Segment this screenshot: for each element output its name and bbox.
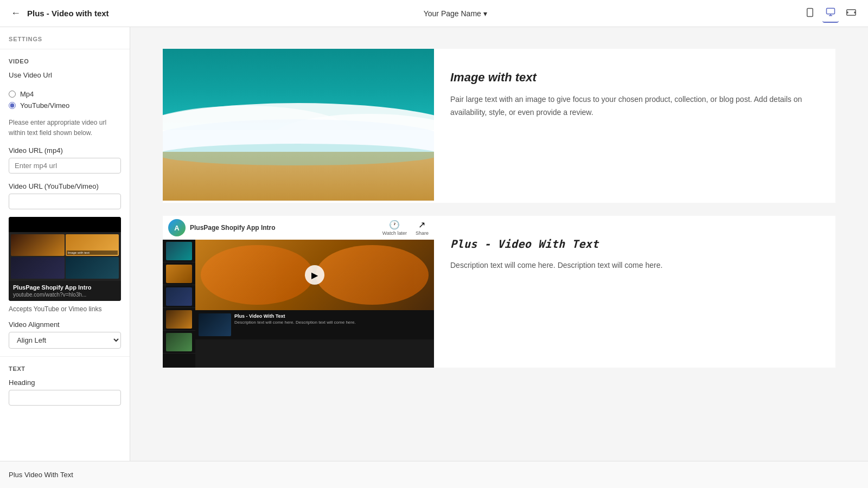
device-mobile-button[interactable]	[802, 4, 818, 22]
youtube-label: YouTube/Vimeo	[20, 101, 69, 110]
youtube-radio-row[interactable]: YouTube/Vimeo	[9, 101, 121, 110]
canvas-section-1-heading: Image with text	[450, 70, 819, 85]
yt-share: ↗ Share	[416, 220, 429, 236]
main-layout: SETTINGS VIDEO Use Video Url Mp4 YouTube…	[0, 27, 868, 461]
chevron-down-icon: ▾	[483, 9, 487, 18]
thumb-cell-2: Image with text	[66, 234, 119, 256]
video-url-mp4-input[interactable]	[9, 158, 121, 174]
mp4-label: Mp4	[20, 90, 34, 98]
video-preview-title: PlusPage Shopify App Intro	[13, 284, 117, 291]
mp4-radio[interactable]	[9, 91, 16, 98]
play-button[interactable]: ▶	[305, 265, 324, 285]
thumb-cell-4	[66, 257, 119, 279]
beach-image	[163, 49, 434, 201]
video-preview-box: Image with text PlusPage Shopify App Int…	[9, 217, 121, 301]
page-name-label: Your Page Name	[424, 9, 481, 18]
yt-content: ▶ Plus - Video With Text Description tex…	[163, 240, 434, 368]
video-preview-black-bar	[9, 217, 121, 232]
yt-watch-later: 🕐 Watch later	[382, 220, 407, 236]
video-group-label: VIDEO	[0, 52, 130, 68]
video-url-yt-input[interactable]: https://www.youtube.com/watcl	[9, 194, 121, 209]
yt-sidebar-item-1[interactable]	[163, 240, 195, 262]
yt-city-thumb	[199, 313, 231, 336]
bottombar: Plus Video With Text	[0, 461, 868, 488]
yt-logo: A	[168, 219, 186, 236]
svg-rect-2	[826, 8, 834, 14]
mp4-radio-row[interactable]: Mp4	[9, 90, 121, 98]
topbar-right	[802, 4, 859, 23]
canvas-section-1-body: Pair large text with an image to give fo…	[450, 93, 819, 119]
heading-input[interactable]: Plus - Video With Text	[9, 390, 121, 406]
canvas-section-2-heading: Plus - Video With Text	[450, 237, 819, 251]
video-preview-thumbnail: Image with text	[9, 232, 121, 281]
yt-main-video-thumb[interactable]: ▶	[195, 240, 434, 310]
heading-label: Heading	[9, 378, 121, 387]
topbar-left: ← Plus - Video with text	[9, 5, 109, 21]
video-preview-url: youtube.com/watch?v=hlo3h...	[13, 292, 117, 298]
use-video-url-label: Use Video Url	[9, 71, 121, 79]
video-preview-info: PlusPage Shopify App Intro youtube.com/w…	[9, 281, 121, 301]
canvas-section-2-video: A PlusPage Shopify App Intro 🕐 Watch lat…	[163, 216, 434, 368]
video-alignment-label: Video Alignment	[9, 320, 121, 329]
canvas-section-2-body: Description text will come here. Descrip…	[450, 259, 819, 272]
canvas-section-2: A PlusPage Shopify App Intro 🕐 Watch lat…	[163, 216, 835, 368]
video-type-radio-group: Mp4 YouTube/Vimeo	[0, 88, 130, 114]
accepts-links-text: Accepts YouTube or Vimeo links	[0, 305, 130, 317]
yt-header: A PlusPage Shopify App Intro 🕐 Watch lat…	[163, 216, 434, 240]
video-help-text: Please enter appropriate video url withi…	[9, 119, 106, 137]
yt-sidebar-item-2[interactable]	[163, 262, 195, 285]
video-url-yt-label: Video URL (YouTube/Vimeo)	[9, 182, 121, 190]
page-title: Plus - Video with text	[27, 9, 109, 18]
yt-main-area: ▶ Plus - Video With Text Description tex…	[195, 240, 434, 368]
video-url-mp4-field: Video URL (mp4)	[0, 143, 130, 179]
sidebar: SETTINGS VIDEO Use Video Url Mp4 YouTube…	[0, 27, 130, 461]
text-group-label: TEXT	[0, 359, 130, 375]
svg-rect-0	[807, 9, 813, 17]
topbar-center: Your Page Name ▾	[424, 9, 487, 18]
yt-list-text: Plus - Video With Text Description text …	[234, 313, 356, 336]
yt-sidebar-item-5[interactable]	[163, 331, 195, 354]
canvas-section-1-text: Image with text Pair large text with an …	[434, 49, 835, 203]
back-button[interactable]: ←	[9, 5, 23, 21]
settings-section-label: SETTINGS	[0, 27, 130, 47]
heading-field: Heading Plus - Video With Text	[0, 375, 130, 411]
svg-point-14	[163, 144, 434, 165]
bottombar-label: Plus Video With Text	[9, 471, 73, 479]
canvas-section-2-text: Plus - Video With Text Description text …	[434, 216, 835, 368]
video-url-yt-field: Video URL (YouTube/Vimeo) https://www.yo…	[0, 179, 130, 215]
yt-list-section: Plus - Video With Text Description text …	[195, 310, 434, 339]
youtube-radio[interactable]	[9, 102, 16, 109]
video-alignment-field: Video Alignment Align Left Align Center …	[0, 317, 130, 354]
canvas-section-1: Image with text Pair large text with an …	[163, 49, 835, 203]
device-desktop-button[interactable]	[822, 4, 839, 23]
yt-sidebar-item-4[interactable]	[163, 308, 195, 331]
yt-video-title: PlusPage Shopify App Intro	[190, 224, 276, 232]
yt-sidebar-list	[163, 240, 195, 368]
use-video-url-field: Use Video Url	[0, 68, 130, 88]
thumb-cell-3	[11, 257, 65, 279]
video-alignment-select[interactable]: Align Left Align Center Align Right	[9, 332, 121, 349]
page-name-button[interactable]: Your Page Name ▾	[424, 9, 487, 18]
canvas: Image with text Pair large text with an …	[130, 27, 868, 461]
thumb-cell-1	[11, 234, 65, 256]
canvas-section-1-media	[163, 49, 434, 203]
yt-action-buttons: 🕐 Watch later ↗ Share	[382, 220, 429, 236]
device-wide-button[interactable]	[843, 4, 859, 22]
video-url-mp4-label: Video URL (mp4)	[9, 146, 121, 155]
topbar: ← Plus - Video with text Your Page Name …	[0, 0, 868, 27]
help-text-field: Please enter appropriate video url withi…	[0, 114, 130, 143]
yt-sidebar-item-3[interactable]	[163, 285, 195, 308]
